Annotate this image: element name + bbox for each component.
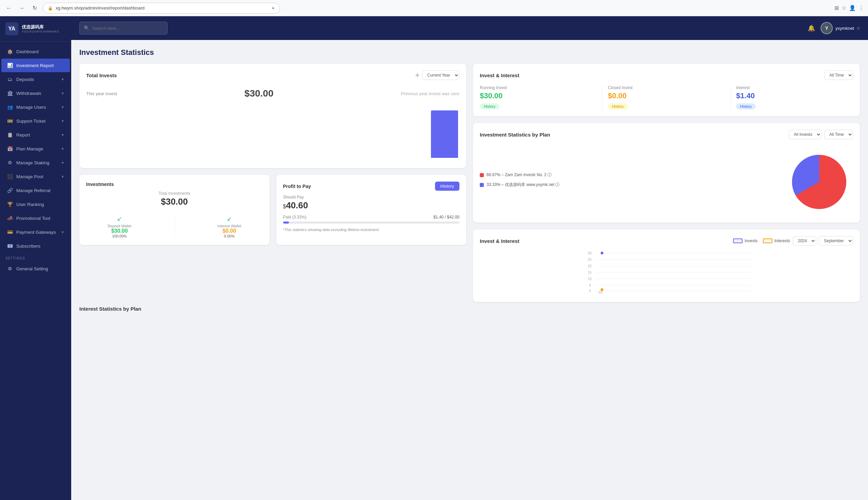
year-filter-select[interactable]: Current Year All Time <box>422 70 459 80</box>
year-select[interactable]: 2024 <box>793 236 816 246</box>
month-select[interactable]: September <box>819 236 853 246</box>
sidebar-item-label: Manage Referral <box>16 188 51 193</box>
menu-icon[interactable]: ⋮ <box>858 5 864 11</box>
referral-icon: 🔗 <box>7 188 13 193</box>
page-title: Investment Statistics <box>79 48 860 57</box>
sidebar-item-investment-report[interactable]: 📊 Investment Report <box>1 59 70 72</box>
legend-interests-label: Interests <box>775 238 790 243</box>
user-chip[interactable]: Y yxymknet ⊙ <box>821 22 860 34</box>
sidebar-item-subscribers[interactable]: 📧 Subscribers <box>1 239 70 253</box>
svg-text:30: 30 <box>588 251 592 255</box>
closed-invest-col: Closed Invest $0.00 History <box>608 86 731 110</box>
invest-interest-filter[interactable]: All Time <box>824 70 853 80</box>
time-filter[interactable]: All Time <box>824 130 853 139</box>
sidebar-item-pool[interactable]: ⬛ Manage Pool ▼ <box>1 170 70 183</box>
running-history-badge[interactable]: History <box>480 103 499 110</box>
sidebar-item-referral[interactable]: 🔗 Manage Referral <box>1 184 70 197</box>
deposit-label: Deposit Wallet <box>108 224 132 228</box>
browser-bar: ← → ↻ 🔒 xg.hwym.shop/admin/invest/report… <box>0 0 868 16</box>
interest-col: Interest $1.40 History <box>736 86 853 110</box>
interest-stats-label: Interest Statistics by Plan <box>79 302 860 313</box>
settings-icon: ⚙ <box>7 266 13 271</box>
gateway-icon: 💳 <box>7 229 13 235</box>
investments-card: Investments Total Investments $30.00 ↙ D… <box>79 175 269 245</box>
svg-text:25: 25 <box>588 258 592 262</box>
sidebar-item-withdrawals[interactable]: 🏦 Withdrawals ▼ <box>1 87 70 100</box>
progress-bar <box>283 221 460 224</box>
profit-title: Profit to Pay <box>283 184 311 189</box>
pie-chart-svg <box>785 148 853 216</box>
promo-icon: 📣 <box>7 215 13 221</box>
legend-dot-purple <box>480 183 484 187</box>
sidebar-item-label: Dashboard <box>16 49 38 54</box>
forward-button[interactable]: → <box>17 3 26 13</box>
topbar: 🔍 🔔 Y yxymknet ⊙ <box>71 16 868 40</box>
pool-icon: ⬛ <box>7 174 13 179</box>
chevron-icon: ▼ <box>61 161 64 164</box>
svg-point-18 <box>601 288 603 291</box>
total-investments-value: $30.00 <box>86 196 263 207</box>
sidebar-item-staking[interactable]: ⚙ Manage Staking ▼ <box>1 156 70 169</box>
sidebar-item-manage-users[interactable]: 👥 Manage Users ▼ <box>1 100 70 114</box>
profile-icon[interactable]: 👤 <box>849 5 856 11</box>
plan-icon: 📅 <box>7 146 13 151</box>
search-input[interactable] <box>92 26 163 31</box>
refresh-button[interactable]: ↻ <box>30 3 39 13</box>
legend-invests: Invests <box>733 238 757 243</box>
sidebar-item-report[interactable]: 📋 Report ▼ <box>1 128 70 141</box>
bar-chart <box>86 107 459 161</box>
paid-value: $1.40 / $42.00 <box>433 215 459 219</box>
sidebar-logo: YA 优选源码库 YOUXUANYUANMAKU <box>0 16 71 42</box>
closed-value: $0.00 <box>608 91 725 100</box>
sidebar-item-general-setting[interactable]: ⚙ General Setting <box>1 262 70 275</box>
sidebar-item-gateways[interactable]: 💳 Payment Gateways ▼ <box>1 225 70 239</box>
avatar: Y <box>821 22 833 34</box>
invest-cols: Running Invest $30.00 History Closed Inv… <box>480 86 853 110</box>
sidebar-item-ranking[interactable]: 🏆 User Ranking <box>1 197 70 211</box>
sidebar-item-label: Support Ticket <box>16 118 45 124</box>
browser-actions: ⊞ ☆ 👤 ⋮ <box>834 5 864 11</box>
interest-label: Interest <box>736 86 853 90</box>
should-pay-label: Should Pay <box>283 195 460 200</box>
total-invests-row: This year invest $30.00 Previous year in… <box>86 86 459 102</box>
pie-content: 66.67% – Zam Zam Investr No. 2 ⓘ 33.33% … <box>480 145 853 216</box>
legend-invests-label: Invests <box>745 238 757 243</box>
running-label: Running Invest <box>480 86 597 90</box>
sidebar-item-dashboard[interactable]: 🏠 Dashboard <box>1 45 70 58</box>
sidebar-item-label: Withdrawals <box>16 91 41 96</box>
legend-dot-red <box>480 173 484 177</box>
deposit-value: $30.00 <box>108 228 132 234</box>
bookmark-icon[interactable]: ☆ <box>842 5 846 11</box>
sidebar-item-support[interactable]: 🎫 Support Ticket ▼ <box>1 114 70 128</box>
pie-legend: 66.67% – Zam Zam Investr No. 2 ⓘ 33.33% … <box>480 172 779 192</box>
progress-fill <box>283 221 289 224</box>
closed-history-badge[interactable]: History <box>608 103 627 110</box>
sidebar-item-plan-manage[interactable]: 📅 Plan Manage ▼ <box>1 142 70 156</box>
paid-label: Paid (3.33%) <box>283 215 307 219</box>
settings-section-label: SETTINGS <box>0 253 71 262</box>
back-button[interactable]: ← <box>4 3 13 13</box>
deposits-icon: 🗂 <box>7 77 13 82</box>
profit-header: Profit to Pay History <box>283 182 460 191</box>
interest-label: Interest Wallet <box>217 224 241 228</box>
url-bar[interactable]: 🔒 xg.hwym.shop/admin/invest/report/dashb… <box>43 3 280 13</box>
filter-icon: ✛ <box>415 72 420 78</box>
line-chart-legend: Invests Interests <box>733 238 790 243</box>
chart-icon: 📊 <box>7 62 13 68</box>
sidebar-item-promotional[interactable]: 📣 Promotional Tool <box>1 212 70 225</box>
chevron-icon: ▼ <box>61 91 64 95</box>
history-button[interactable]: History <box>435 182 459 191</box>
search-box[interactable]: 🔍 <box>79 22 167 35</box>
total-invests-card: Total Invests ✛ Current Year All Time <box>79 64 466 168</box>
translate-icon[interactable]: ⊞ <box>834 5 839 11</box>
line-chart-header: Invest & Interest Invests <box>480 236 853 246</box>
report-icon: 📋 <box>7 132 13 137</box>
chevron-icon: ▼ <box>61 133 64 137</box>
sidebar-item-deposits[interactable]: 🗂 Deposits ▼ <box>1 72 70 86</box>
this-year-amount: $30.00 <box>244 88 274 99</box>
interest-pct: 0.00% <box>217 234 241 238</box>
interest-history-badge[interactable]: History <box>736 103 756 110</box>
plan-filter[interactable]: All Invests <box>789 130 822 139</box>
notification-icon[interactable]: 🔔 <box>808 24 815 32</box>
right-panel: 🔍 🔔 Y yxymknet ⊙ Investment Statistics <box>71 16 868 500</box>
